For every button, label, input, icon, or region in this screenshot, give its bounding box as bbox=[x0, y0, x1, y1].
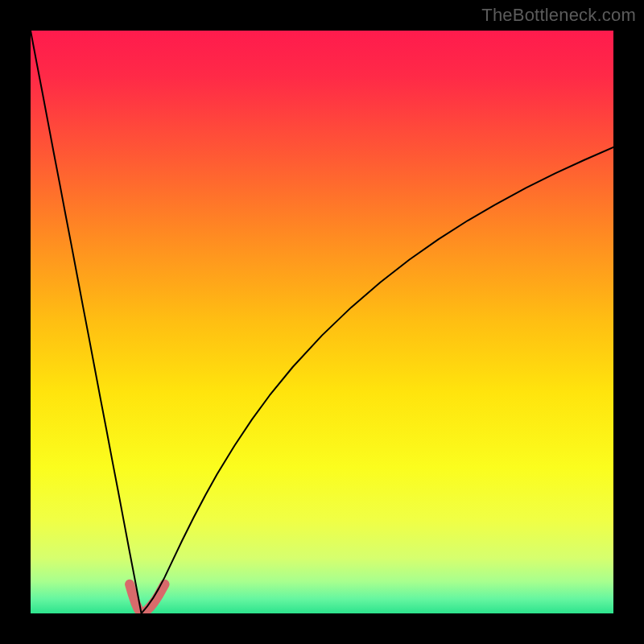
bottleneck-chart bbox=[31, 31, 613, 613]
chart-frame: TheBottleneck.com bbox=[0, 0, 644, 644]
attribution-watermark: TheBottleneck.com bbox=[481, 5, 636, 26]
chart-background-gradient bbox=[31, 31, 613, 613]
